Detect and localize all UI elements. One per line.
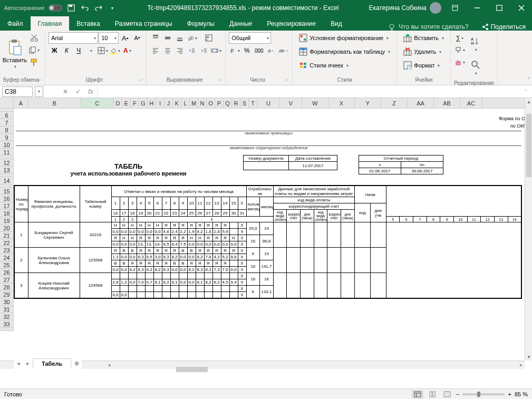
col-header[interactable]: R bbox=[232, 98, 240, 108]
ribbon-display-icon[interactable] bbox=[444, 0, 466, 16]
comma-format-icon[interactable]: 000 bbox=[253, 45, 265, 56]
zoom-out-icon[interactable]: − bbox=[456, 391, 459, 397]
col-header[interactable]: X bbox=[328, 98, 355, 108]
tab-review[interactable]: Рецензирование bbox=[259, 16, 323, 31]
user-name[interactable]: Екатерина Собкина bbox=[369, 4, 427, 12]
format-as-table-button[interactable]: Форматировать как таблицу bbox=[296, 46, 393, 57]
col-header[interactable]: E bbox=[122, 98, 131, 108]
name-box[interactable]: C38 bbox=[2, 86, 33, 97]
row-header[interactable] bbox=[0, 328, 14, 331]
row-header[interactable]: 9 bbox=[0, 134, 14, 141]
tell-me-input[interactable]: Что вы хотите сделать? bbox=[382, 23, 475, 31]
enter-formula-icon[interactable]: ✓ bbox=[72, 88, 84, 95]
shrink-font-icon[interactable]: A▾ bbox=[131, 32, 143, 44]
page-break-view-icon[interactable] bbox=[441, 390, 453, 398]
find-select-icon[interactable] bbox=[468, 56, 483, 79]
alignment-launcher-icon[interactable]: ⌐ bbox=[219, 77, 222, 82]
col-header[interactable]: I bbox=[156, 98, 165, 108]
number-format-combo[interactable]: Общий bbox=[229, 32, 271, 44]
zoom-slider[interactable] bbox=[462, 393, 505, 395]
accounting-format-icon[interactable]: ₽ bbox=[229, 45, 240, 56]
col-header[interactable]: AA bbox=[408, 98, 434, 108]
row-header[interactable]: 20 bbox=[0, 225, 14, 232]
col-header[interactable]: G bbox=[139, 98, 148, 108]
font-launcher-icon[interactable]: ⌐ bbox=[140, 77, 143, 82]
col-header[interactable]: Y bbox=[355, 98, 381, 108]
row-header[interactable]: 32 bbox=[0, 313, 14, 320]
h-scroll-thumb[interactable] bbox=[176, 367, 208, 372]
collapse-ribbon-icon[interactable]: ˄ bbox=[527, 77, 530, 83]
page-layout-view-icon[interactable] bbox=[427, 390, 438, 398]
tab-formulas[interactable]: Формулы bbox=[180, 16, 222, 31]
col-header[interactable]: C bbox=[81, 98, 114, 108]
row-header[interactable]: 23 bbox=[0, 247, 14, 254]
row-header[interactable]: 19 bbox=[0, 217, 14, 225]
underline-button[interactable]: Ч bbox=[73, 45, 84, 56]
merge-cells-icon[interactable] bbox=[210, 45, 222, 56]
cancel-formula-icon[interactable]: ✕ bbox=[59, 88, 72, 95]
autosum-icon[interactable]: ∑ bbox=[454, 32, 466, 44]
tab-home[interactable]: Главная bbox=[31, 16, 70, 31]
decrease-decimal-icon[interactable]: ,00→ bbox=[277, 45, 289, 56]
fill-icon[interactable] bbox=[454, 44, 466, 56]
cell-styles-button[interactable]: Стили ячеек bbox=[296, 60, 393, 71]
align-center-icon[interactable] bbox=[162, 45, 173, 56]
vertical-scrollbar[interactable]: ▲ ▼ bbox=[525, 98, 532, 361]
col-header[interactable]: J bbox=[165, 98, 173, 108]
percent-format-icon[interactable]: % bbox=[241, 45, 253, 56]
worksheet-grid[interactable]: ABCDEFGHIJKLMNOPQRSTUVWXYZAAABAC 6789101… bbox=[0, 98, 532, 379]
row-header[interactable]: 14 bbox=[0, 177, 14, 184]
row-headers[interactable]: 6789101112131415161718192021222324252627… bbox=[0, 109, 14, 331]
borders-icon[interactable] bbox=[97, 45, 109, 56]
row-header[interactable]: 16 bbox=[0, 195, 14, 202]
col-header[interactable]: Q bbox=[224, 98, 232, 108]
col-header[interactable]: T bbox=[249, 98, 257, 108]
col-header[interactable]: P bbox=[215, 98, 224, 108]
cut-icon[interactable] bbox=[28, 32, 40, 44]
col-header[interactable]: AB bbox=[434, 98, 460, 108]
zoom-level[interactable]: 85 % bbox=[515, 391, 528, 397]
row-header[interactable]: 27 bbox=[0, 276, 14, 284]
avatar[interactable] bbox=[430, 2, 441, 14]
select-all-corner[interactable] bbox=[0, 98, 14, 108]
col-header[interactable]: M bbox=[190, 98, 198, 108]
share-button[interactable]: Поделиться bbox=[475, 23, 532, 31]
tab-view[interactable]: Вид bbox=[323, 16, 350, 31]
col-header[interactable]: B bbox=[28, 98, 81, 108]
align-middle-icon[interactable] bbox=[162, 32, 173, 44]
paste-button[interactable]: Вставить bbox=[3, 32, 26, 76]
col-header[interactable]: V bbox=[280, 98, 302, 108]
format-painter-icon[interactable] bbox=[28, 56, 40, 68]
row-header[interactable]: 22 bbox=[0, 239, 14, 247]
row-header[interactable]: 7 bbox=[0, 119, 14, 126]
row-header[interactable]: 13 bbox=[0, 167, 14, 174]
row-header[interactable]: 21 bbox=[0, 232, 14, 239]
increase-decimal-icon[interactable]: ,0← bbox=[265, 45, 277, 56]
row-header[interactable]: 8 bbox=[0, 126, 14, 134]
bold-button[interactable]: Ж bbox=[49, 45, 60, 56]
col-header[interactable]: L bbox=[181, 98, 190, 108]
col-header[interactable]: F bbox=[131, 98, 139, 108]
row-header[interactable]: 15 bbox=[0, 188, 14, 195]
font-color-icon[interactable]: A bbox=[121, 45, 133, 56]
add-sheet-icon[interactable]: ⊕ bbox=[71, 360, 82, 367]
redo-icon[interactable] bbox=[94, 3, 103, 13]
row-header[interactable]: 26 bbox=[0, 269, 14, 276]
font-name-combo[interactable]: Arial bbox=[49, 32, 98, 44]
indent-increase-icon[interactable] bbox=[198, 45, 210, 56]
delete-cells-button[interactable]: Удалить bbox=[400, 46, 447, 57]
number-launcher-icon[interactable]: ⌐ bbox=[286, 77, 289, 82]
tab-file[interactable]: Файл bbox=[0, 16, 31, 31]
col-header[interactable]: A bbox=[14, 98, 28, 108]
underline-menu[interactable] bbox=[85, 45, 96, 56]
tab-insert[interactable]: Вставка bbox=[69, 16, 108, 31]
grow-font-icon[interactable]: A▴ bbox=[119, 32, 131, 44]
row-header[interactable]: 18 bbox=[0, 210, 14, 217]
col-header[interactable]: H bbox=[148, 98, 156, 108]
align-bottom-icon[interactable] bbox=[174, 32, 186, 44]
align-top-icon[interactable] bbox=[150, 32, 161, 44]
row-header[interactable]: 31 bbox=[0, 306, 14, 313]
v-scroll-thumb[interactable] bbox=[526, 114, 531, 177]
column-headers[interactable]: ABCDEFGHIJKLMNOPQRSTUVWXYZAAABAC bbox=[0, 98, 532, 109]
row-header[interactable]: 10 bbox=[0, 141, 14, 149]
